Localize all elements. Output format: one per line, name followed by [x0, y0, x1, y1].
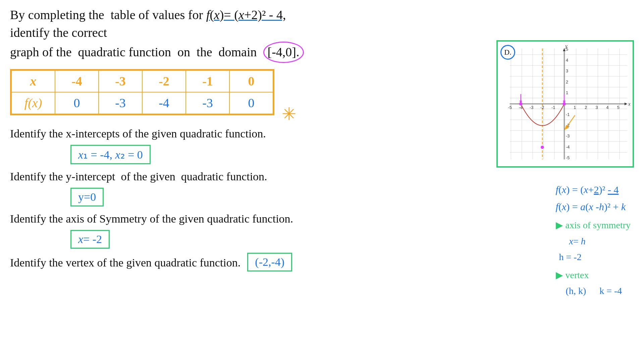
svg-text:1: 1: [566, 90, 568, 95]
svg-text:2: 2: [566, 80, 568, 84]
problem-statement: By completing the table of values for f(…: [10, 6, 319, 63]
fx-val-2: -3: [99, 92, 142, 114]
x-val-3: -2: [142, 70, 186, 92]
svg-text:3: 3: [595, 105, 598, 110]
x-header: x: [11, 70, 55, 92]
svg-text:4: 4: [606, 105, 609, 110]
asterisk-symbol: ✳: [282, 104, 297, 124]
x-val-2: -3: [99, 70, 142, 92]
svg-text:5: 5: [617, 105, 620, 110]
vertex-hk: (h, k) k = -4: [566, 283, 631, 299]
coordinate-graph: x y -5 -4 -3 -2 -1 1 2 3 4 5: [500, 44, 631, 164]
formulas-right: f(x) = (x+2)² - 4 f(x) = a(x -h)² + k ▶ …: [556, 181, 631, 299]
svg-text:x: x: [628, 101, 631, 107]
y-intercept-question: Identify the y-intercept of the given qu…: [10, 170, 634, 183]
h-value: h = -2: [559, 249, 631, 265]
domain-value: [-4,0].: [263, 42, 304, 63]
statement-domain-label: domain: [212, 45, 263, 59]
svg-text:-1: -1: [551, 105, 555, 110]
hk-notation: (h, k): [566, 283, 586, 299]
axis-symmetry-answer: x= -2: [70, 230, 110, 249]
fx-row-label: f(x): [11, 92, 55, 114]
graph-label-d: D.: [500, 45, 515, 60]
x-val-5: 0: [229, 70, 273, 92]
formula-line1: f(x) = (x+2)² - 4: [556, 181, 631, 198]
axis-symmetry-label: ▶ axis of symmetry: [556, 217, 631, 233]
x-intercepts-answer: x₁ = -4, x₂ = 0: [70, 145, 151, 164]
main-content: By completing the table of values for f(…: [0, 0, 644, 280]
svg-text:3: 3: [566, 69, 568, 73]
section-axis-symmetry: Identify the axis of Symmetry of the giv…: [10, 213, 634, 251]
values-table: x -4 -3 -2 -1 0 f(x) 0 -3 -4 -3 0: [11, 70, 273, 114]
function-notation: f(x)= (x+2)² - 4,: [206, 8, 286, 22]
section-vertex: Identify the vertex of the given quadrat…: [10, 251, 634, 274]
svg-text:-3: -3: [566, 134, 570, 138]
x-val-1: -4: [55, 70, 99, 92]
section-y-intercept: Identify the y-intercept of the given qu…: [10, 170, 634, 208]
svg-text:-4: -4: [566, 145, 570, 149]
svg-text:4: 4: [566, 58, 568, 63]
svg-text:-5: -5: [508, 105, 512, 110]
axis-eq: x= h: [569, 233, 631, 249]
fx-val-1: 0: [55, 92, 99, 114]
values-table-container: x -4 -3 -2 -1 0 f(x) 0 -3 -4 -3 0: [10, 69, 274, 115]
fx-val-5: 0: [229, 92, 273, 114]
svg-text:5: 5: [566, 47, 568, 52]
x-val-4: -1: [186, 70, 229, 92]
vertex-label: ▶ vertex: [556, 267, 631, 283]
statement-line2: graph of the quadratic function on: [10, 45, 197, 59]
svg-text:-5: -5: [566, 156, 570, 160]
table-value-row: f(x) 0 -3 -4 -3 0: [11, 92, 273, 114]
vertex-question: Identify the vertex of the given quadrat…: [10, 256, 240, 269]
svg-text:-2: -2: [540, 105, 544, 110]
formula-line2: f(x) = a(x -h)² + k: [556, 198, 631, 215]
fx-val-3: -4: [142, 92, 186, 114]
k-value: k = -4: [599, 283, 622, 299]
statement-line1: By completing the table of values for f(…: [10, 8, 286, 40]
the-word: the: [197, 45, 212, 59]
svg-text:2: 2: [585, 105, 587, 110]
y-intercept-answer: y=0: [70, 188, 104, 206]
svg-text:-1: -1: [566, 112, 570, 117]
fx-val-4: -3: [186, 92, 229, 114]
svg-point-32: [541, 146, 544, 149]
svg-text:-3: -3: [530, 105, 533, 110]
axis-symmetry-question: Identify the axis of Symmetry of the giv…: [10, 213, 634, 225]
vertex-answer: (-2,-4): [247, 253, 292, 272]
graph-container: D.: [496, 40, 634, 168]
svg-text:1: 1: [574, 105, 576, 110]
table-header-row: x -4 -3 -2 -1 0: [11, 70, 273, 92]
